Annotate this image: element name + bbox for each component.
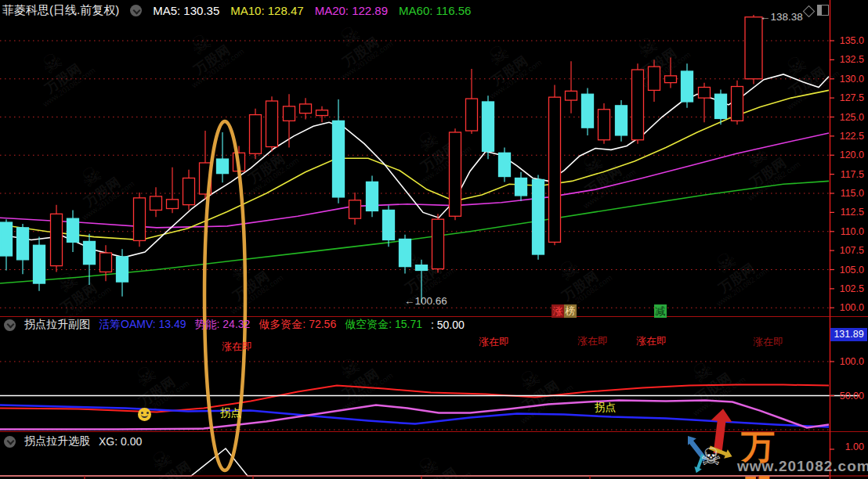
chevron-down-icon[interactable] (4, 436, 16, 448)
candlestick-chart[interactable] (0, 0, 868, 479)
last-price-badge: 131.89 (830, 328, 867, 341)
ma20-value: MA20: 122.89 (315, 4, 388, 17)
main-chart-header: 菲菱科思(日线.前复权) MA5: 130.35 MA10: 128.47 MA… (2, 3, 471, 18)
ma60-value: MA60: 116.56 (399, 4, 471, 17)
selector-panel-header: 拐点拉升选股 XG: 0.00 (4, 434, 142, 448)
chevron-down-icon[interactable] (130, 5, 142, 16)
trading-terminal-window: ☠万股网www.201082.com☠万股网www.201082.com☠万股网… (0, 0, 868, 479)
selector-panel-title[interactable]: 拐点拉升选股 (24, 434, 90, 448)
stock-title[interactable]: 菲菱科思(日线.前复权) (2, 3, 119, 18)
chevron-down-icon[interactable] (4, 319, 16, 331)
ma10-value: MA10: 128.47 (230, 4, 303, 17)
split-panel-icon[interactable] (817, 5, 829, 16)
indicator-chips-value: 活筹OAMV: 13.49 (99, 318, 186, 332)
indicator-midline-value: : 50.00 (431, 319, 465, 331)
indicator-bull-funds-value: 做多资金: 72.56 (259, 318, 336, 332)
ma5-value: MA5: 130.35 (153, 4, 219, 17)
xg-value: XG: 0.00 (99, 435, 142, 448)
indicator-momentum-value: 势能: 24.32 (195, 318, 251, 332)
indicator-panel-title[interactable]: 拐点拉升副图 (24, 318, 90, 332)
indicator-bear-funds-value: 做空资金: 15.71 (345, 318, 422, 332)
indicator-panel-header: 拐点拉升副图 活筹OAMV: 13.49 势能: 24.32 做多资金: 72.… (4, 318, 465, 332)
